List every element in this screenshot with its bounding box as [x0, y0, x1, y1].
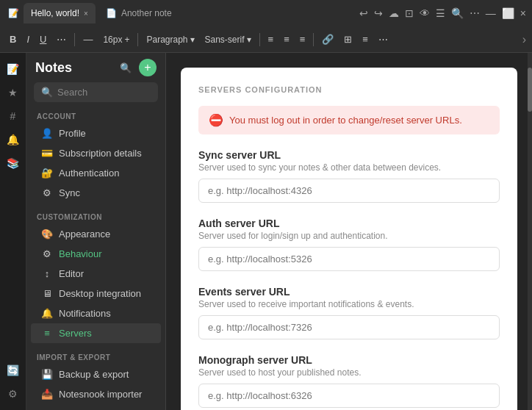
font-size-up[interactable]: + [124, 35, 129, 45]
sidebar-item-subscription[interactable]: 💳 Subscription details [31, 143, 161, 163]
events-server-input[interactable] [198, 315, 500, 339]
subscription-icon: 💳 [41, 148, 53, 159]
sync-field-title: Sync server URL [198, 149, 500, 161]
ol-btn[interactable]: ≡ [280, 32, 293, 46]
underline-btn[interactable]: U [36, 32, 50, 46]
backup-icon: 💾 [41, 369, 53, 380]
icon-reminders[interactable]: 🔔 [3, 129, 24, 150]
sidebar-header: Notes 🔍 + [26, 53, 165, 82]
account-section: account 👤 Profile 💳 Subscription details… [26, 108, 165, 209]
sidebar-item-backup[interactable]: 💾 Backup & export [31, 364, 161, 384]
separator-3 [259, 33, 260, 46]
desktop-icon: 🖥 [41, 288, 53, 299]
separator-2 [137, 33, 138, 46]
italic-btn[interactable]: I [23, 32, 33, 46]
paragraph-label: Paragraph [146, 35, 187, 45]
events-field-title: Events server URL [198, 286, 500, 298]
sidebar-item-servers[interactable]: ≡ Servers [31, 323, 161, 343]
cloud-btn[interactable]: ☁ [389, 7, 399, 19]
appearance-icon: 🎨 [41, 229, 53, 240]
ul-btn[interactable]: ≡ [265, 32, 278, 46]
sidebar-item-authentication[interactable]: 🔐 Authentication [31, 163, 161, 183]
font-arrow: ▾ [247, 35, 251, 45]
more-btn[interactable]: ⋯ [470, 7, 480, 19]
events-server-field: Events server URL Server used to receive… [198, 286, 500, 339]
hr-btn[interactable]: — [79, 32, 96, 46]
sync-label: Sync [59, 187, 80, 198]
sidebar-item-appearance[interactable]: 🎨 Appearance [31, 224, 161, 244]
tab-close-active[interactable]: × [84, 10, 88, 18]
title-bar: 📝 Hello, world! × 📄 Another note ↩ ↪ ☁ ⊡… [0, 0, 532, 26]
indent-btn[interactable]: ≡ [296, 32, 309, 46]
sidebar-item-sync[interactable]: ⚙ Sync [31, 183, 161, 203]
view-btn[interactable]: 👁 [420, 7, 430, 19]
customization-section-label: Customization [26, 209, 165, 224]
auth-server-input[interactable] [198, 247, 500, 271]
sidebar-toggle[interactable]: › [522, 33, 526, 46]
title-bar-actions: ↩ ↪ ☁ ⊡ 👁 ☰ 🔍 ⋯ — ⬜ × [359, 7, 526, 19]
editor-icon: ↕ [41, 268, 53, 279]
notifications-label: Notifications [59, 308, 111, 319]
appearance-label: Appearance [59, 229, 110, 240]
sidebar-item-importer[interactable]: 📥 Notesnook importer [31, 384, 161, 404]
auth-server-field: Auth server URL Server used for login/si… [198, 217, 500, 271]
font-dropdown[interactable]: Sans-serif ▾ [201, 33, 255, 46]
align-btn[interactable]: ≡ [359, 32, 372, 46]
tab-active[interactable]: Hello, world! × [24, 3, 96, 24]
profile-icon: 👤 [41, 128, 53, 139]
sidebar-search-btn[interactable]: 🔍 [117, 59, 134, 76]
sidebar-item-editor[interactable]: ↕ Editor [31, 264, 161, 284]
tab-inactive[interactable]: 📄 Another note [98, 3, 179, 24]
editor-label: Editor [59, 268, 84, 279]
more-format-btn[interactable]: ⋯ [53, 32, 70, 46]
undo-btn[interactable]: ↩ [359, 7, 368, 19]
sidebar-add-btn[interactable]: + [139, 59, 157, 76]
customization-section: Customization 🎨 Appearance ⚙ Behaviour ↕… [26, 209, 165, 349]
redo-btn[interactable]: ↪ [374, 7, 383, 19]
list-btn[interactable]: ☰ [436, 7, 445, 19]
importer-icon: 📥 [41, 389, 53, 400]
icon-tags[interactable]: # [3, 106, 24, 126]
minimize-btn[interactable]: — [486, 7, 496, 19]
desktop-label: Desktop integration [59, 288, 141, 299]
icon-bar-bottom: 🔄 ⚙ [3, 360, 24, 410]
title-bar-tabs: 📝 Hello, world! × 📄 Another note [6, 3, 179, 24]
monograph-server-input[interactable] [198, 384, 500, 408]
monograph-field-title: Monograph server URL [198, 354, 500, 366]
more-toolbar-btn[interactable]: ⋯ [375, 32, 392, 46]
sidebar-item-behaviour[interactable]: ⚙ Behaviour [31, 244, 161, 264]
link-btn[interactable]: 🔗 [318, 32, 337, 46]
icon-notebooks[interactable]: 📚 [3, 153, 24, 173]
icon-sync[interactable]: 🔄 [3, 360, 24, 381]
font-size-dropdown[interactable]: 16px + [99, 33, 133, 46]
search-box[interactable]: 🔍 Search [34, 82, 158, 102]
icon-settings[interactable]: ⚙ [3, 384, 24, 404]
table-btn[interactable]: ⊞ [340, 32, 356, 46]
main-layout: 📝 ★ # 🔔 📚 🔄 ⚙ Notes 🔍 + 🔍 Search account… [0, 53, 532, 410]
paragraph-dropdown[interactable]: Paragraph ▾ [143, 33, 198, 46]
sidebar-item-desktop[interactable]: 🖥 Desktop integration [31, 284, 161, 303]
close-btn[interactable]: × [520, 7, 526, 19]
icon-bar: 📝 ★ # 🔔 📚 🔄 ⚙ [0, 53, 26, 410]
layout-btn[interactable]: ⊡ [405, 7, 414, 19]
icon-favorites[interactable]: ★ [3, 82, 24, 103]
paragraph-arrow: ▾ [190, 35, 195, 45]
sync-server-input[interactable] [198, 179, 500, 203]
scrollbar[interactable] [528, 53, 532, 410]
tab-inactive-icon: 📄 [106, 8, 117, 18]
app-icon: 📝 [6, 6, 21, 21]
sidebar-item-notifications[interactable]: 🔔 Notifications [31, 303, 161, 323]
auth-field-title: Auth server URL [198, 217, 500, 229]
auth-icon: 🔐 [41, 168, 53, 179]
maximize-btn[interactable]: ⬜ [502, 7, 514, 19]
scrollbar-thumb[interactable] [528, 68, 532, 112]
bold-btn[interactable]: B [6, 32, 20, 46]
sidebar-item-profile[interactable]: 👤 Profile [31, 123, 161, 143]
icon-notes[interactable]: 📝 [3, 59, 24, 79]
tab-active-label: Hello, world! [31, 8, 79, 18]
search-toolbar-btn[interactable]: 🔍 [451, 7, 464, 19]
sidebar-title: Notes [35, 60, 72, 76]
font-size-value: 16px [103, 35, 122, 45]
search-icon: 🔍 [41, 87, 53, 98]
servers-icon: ≡ [41, 328, 53, 339]
